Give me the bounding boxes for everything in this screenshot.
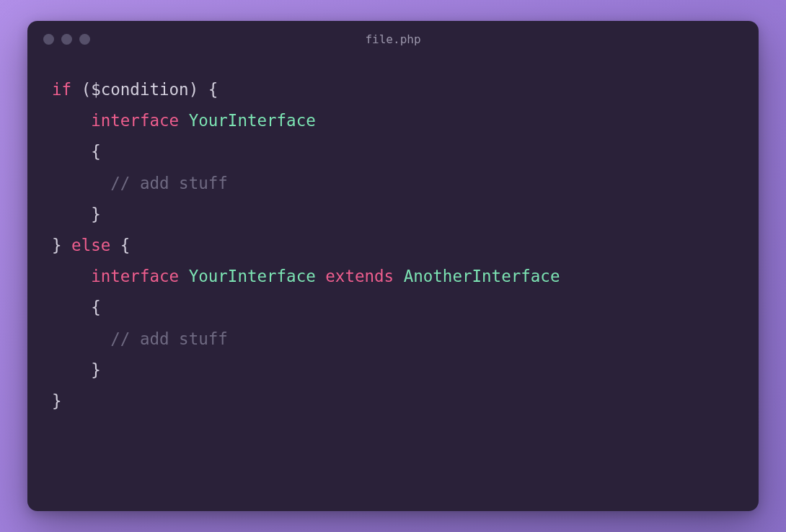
editor-window: file.php if ($condition) { interface You…	[27, 21, 759, 511]
code-token-pn: (	[71, 80, 91, 99]
code-area[interactable]: if ($condition) { interface YourInterfac…	[27, 57, 759, 511]
maximize-icon[interactable]	[79, 34, 90, 45]
window-title: file.php	[27, 32, 759, 46]
code-token-pn	[52, 267, 91, 285]
code-token-kw: interface	[91, 111, 179, 130]
code-token-pn: }	[52, 236, 71, 254]
code-token-pn: }	[52, 391, 62, 410]
code-token-pn: }	[52, 360, 101, 379]
code-token-kw: interface	[91, 267, 179, 285]
code-token-cmt: // add stuff	[110, 329, 228, 348]
code-token-pn: {	[110, 236, 130, 254]
code-token-kw: extends	[325, 267, 394, 285]
close-icon[interactable]	[43, 34, 54, 45]
code-token-pn	[394, 267, 404, 285]
code-token-pn	[52, 329, 110, 348]
code-token-pn: {	[52, 142, 101, 161]
code-token-var: $condition	[91, 80, 188, 99]
code-token-cls: AnotherInterface	[404, 267, 560, 285]
code-token-cls: YourInterface	[189, 111, 316, 130]
code-token-kw: if	[52, 80, 71, 99]
code-token-pn	[52, 174, 110, 192]
code-token-cmt: // add stuff	[110, 174, 228, 192]
code-token-kw: else	[71, 236, 110, 254]
code-token-pn: }	[52, 205, 101, 223]
code-token-pn	[52, 111, 91, 130]
code-token-pn	[316, 267, 326, 285]
code-token-cls: YourInterface	[189, 267, 316, 285]
titlebar: file.php	[27, 21, 759, 57]
code-token-pn: ) {	[189, 80, 218, 99]
code-token-pn	[179, 267, 189, 285]
minimize-icon[interactable]	[61, 34, 72, 45]
window-controls	[27, 34, 90, 45]
code-token-pn	[179, 111, 189, 130]
code-token-pn: {	[52, 298, 101, 316]
